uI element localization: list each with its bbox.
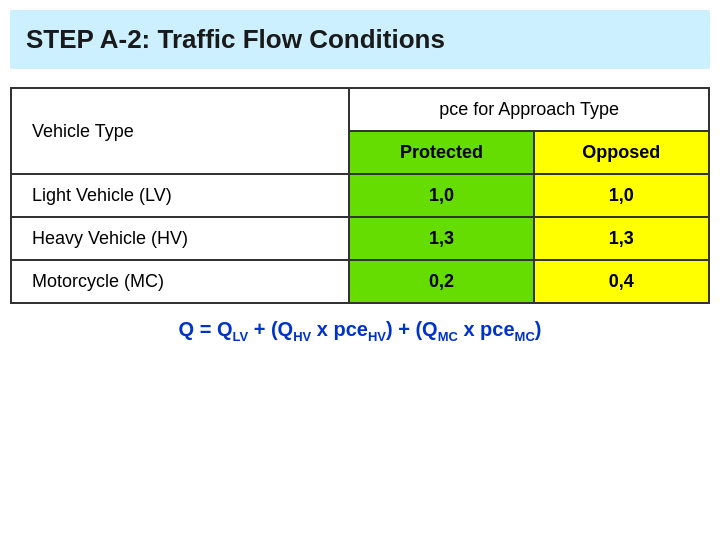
traffic-flow-table: Vehicle Type pce for Approach Type Prote…	[10, 87, 710, 304]
row-protected-mc: 0,2	[349, 260, 533, 303]
protected-subheader: Protected	[349, 131, 533, 174]
page-wrapper: STEP A-2: Traffic Flow Conditions Vehicl…	[0, 0, 720, 540]
pce-approach-header: pce for Approach Type	[349, 88, 709, 131]
table-row: Motorcycle (MC) 0,2 0,4	[11, 260, 709, 303]
table-row: Light Vehicle (LV) 1,0 1,0	[11, 174, 709, 217]
header-bar: STEP A-2: Traffic Flow Conditions	[10, 10, 710, 69]
row-opposed-hv: 1,3	[534, 217, 709, 260]
formula: Q = QLV + (QHV x pceHV) + (QMC x pceMC)	[179, 318, 542, 344]
row-protected-hv: 1,3	[349, 217, 533, 260]
opposed-subheader: Opposed	[534, 131, 709, 174]
row-label-lv: Light Vehicle (LV)	[11, 174, 349, 217]
table-row: Heavy Vehicle (HV) 1,3 1,3	[11, 217, 709, 260]
row-label-hv: Heavy Vehicle (HV)	[11, 217, 349, 260]
page-title: STEP A-2: Traffic Flow Conditions	[26, 24, 445, 54]
vehicle-type-header: Vehicle Type	[11, 88, 349, 174]
row-opposed-lv: 1,0	[534, 174, 709, 217]
row-opposed-mc: 0,4	[534, 260, 709, 303]
row-label-mc: Motorcycle (MC)	[11, 260, 349, 303]
row-protected-lv: 1,0	[349, 174, 533, 217]
